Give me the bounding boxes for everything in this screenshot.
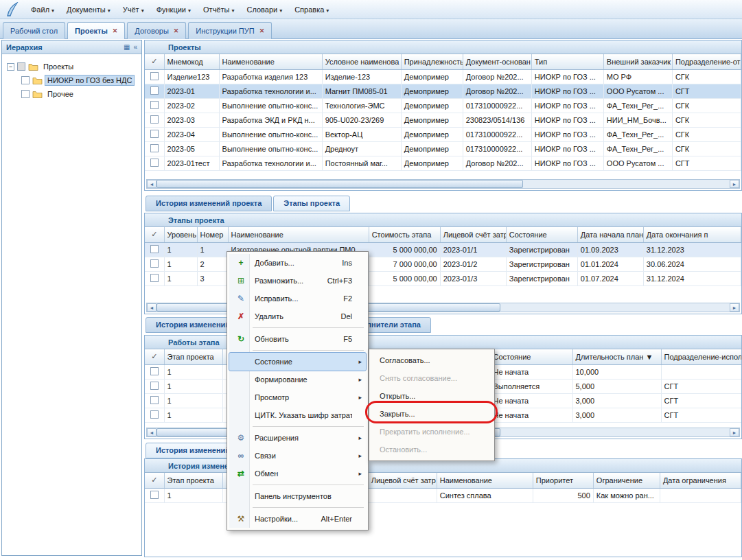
menubar-item-help[interactable]: Справка▾ <box>288 3 335 16</box>
close-icon[interactable]: ✕ <box>174 27 179 34</box>
column-header[interactable]: Тип <box>531 54 603 69</box>
menubar-item-reports[interactable]: Отчёты▾ <box>197 3 240 16</box>
node-checkbox[interactable] <box>21 76 30 84</box>
menubar-item-documents[interactable]: Документы▾ <box>60 3 117 16</box>
column-header[interactable]: Этап проекта <box>164 349 222 364</box>
scroll-right-icon[interactable]: ► <box>730 428 739 436</box>
table-row[interactable]: 2023-01тестРазработка технологии и...Пос… <box>145 156 741 170</box>
table-row[interactable]: 2023-02Выполнение опытно-конс...Технолог… <box>145 98 741 113</box>
column-header[interactable]: Состояние <box>490 349 572 364</box>
table-row[interactable]: 2023-04Выполнение опытно-конс...Вектор-А… <box>145 127 741 141</box>
scroll-left-icon[interactable]: ◄ <box>147 303 156 312</box>
column-header[interactable]: Дата начала план <box>577 227 643 242</box>
column-header[interactable]: Дата ограничения <box>660 473 741 488</box>
select-all-column-header[interactable]: ✓ <box>145 473 164 488</box>
close-icon[interactable]: ✕ <box>113 27 118 34</box>
scrollbar-thumb[interactable] <box>156 180 523 188</box>
menu-item-duplicate[interactable]: ⊞Размножить...Ctrl+F3 <box>229 272 366 290</box>
menu-item-settings[interactable]: ⚒Настройки...Alt+Enter <box>229 510 366 528</box>
row-checkbox[interactable] <box>150 274 159 282</box>
menu-item-citk-cost-code[interactable]: ЦИТК. Указать шифр затрат... <box>229 406 366 424</box>
column-header[interactable]: Мнемокод <box>164 54 219 69</box>
row-checkbox[interactable] <box>150 259 159 268</box>
column-header[interactable]: Условное наименова <box>322 54 401 69</box>
select-all-column-header[interactable]: ✓ <box>145 349 164 364</box>
column-header[interactable]: Внешний заказчик <box>603 54 672 69</box>
column-header[interactable]: Лицевой счёт затр <box>368 473 437 488</box>
column-header[interactable]: Уровень <box>164 227 197 242</box>
row-checkbox[interactable] <box>150 101 159 109</box>
menu-item-state[interactable]: Состояние▸ <box>229 353 366 371</box>
row-checkbox[interactable] <box>150 245 159 253</box>
close-icon[interactable]: ✕ <box>259 27 265 34</box>
menubar-item-dictionaries[interactable]: Словари▾ <box>240 3 288 16</box>
table-row[interactable]: 2023-03Разработка ЭКД и РКД н...905-U020… <box>145 113 741 127</box>
menu-item-exchange[interactable]: ⇄Обмен▸ <box>229 465 366 482</box>
row-checkbox[interactable] <box>150 367 159 375</box>
menu-item-view[interactable]: Просмотр▸ <box>229 388 366 406</box>
tab-project-history[interactable]: История изменений проекта <box>146 196 272 211</box>
menu-item-edit[interactable]: ✎Исправить...F2 <box>229 290 366 307</box>
scrollbar-track[interactable] <box>156 180 730 188</box>
row-checkbox[interactable] <box>150 72 159 80</box>
menu-item-toolbar[interactable]: Панель инструментов <box>229 487 366 505</box>
tree-node-niokr[interactable]: НИОКР по ГОЗ без НДС <box>3 73 140 87</box>
tree-node-projects[interactable]: − Проекты <box>3 60 140 73</box>
column-header[interactable]: Дата окончания п <box>643 227 741 242</box>
column-header[interactable]: Ограничение <box>593 473 660 488</box>
column-header[interactable]: Подразделение-исполн <box>661 349 742 364</box>
collapse-node-icon[interactable]: − <box>7 63 14 71</box>
column-header[interactable]: Номер <box>197 227 228 242</box>
horizontal-scrollbar[interactable]: ◄ ► <box>146 179 740 189</box>
tab-desktop[interactable]: Рабочий стол <box>3 22 65 39</box>
menubar-item-file[interactable]: Файл▾ <box>25 3 60 16</box>
column-header[interactable]: Этап проекта <box>164 473 222 488</box>
grid-view-icon[interactable]: ▦ <box>124 43 130 51</box>
column-header[interactable]: Подразделение-от <box>672 54 741 69</box>
table-row[interactable]: 2023-01Разработка технологии и...Магнит … <box>145 84 741 98</box>
column-header[interactable]: Наименование <box>437 473 533 488</box>
column-header[interactable]: Приоритет <box>533 473 593 488</box>
select-all-column-header[interactable]: ✓ <box>145 227 164 242</box>
column-header[interactable]: Наименование <box>228 227 369 242</box>
menu-item-approve[interactable]: Согласовать... <box>371 351 492 369</box>
menubar-item-accounting[interactable]: Учёт▾ <box>117 3 150 16</box>
tab-project-stages[interactable]: Этапы проекта <box>273 196 350 211</box>
row-checkbox[interactable] <box>150 144 159 152</box>
menu-item-add[interactable]: +Добавить...Ins <box>229 254 366 272</box>
select-all-column-header[interactable]: ✓ <box>145 54 164 69</box>
scroll-left-icon[interactable]: ◄ <box>147 180 156 188</box>
scroll-right-icon[interactable]: ► <box>730 180 739 188</box>
node-checkbox[interactable] <box>17 62 25 71</box>
row-checkbox[interactable] <box>150 382 159 390</box>
menu-item-delete[interactable]: ✗УдалитьDel <box>229 307 366 325</box>
node-checkbox[interactable] <box>21 90 30 98</box>
column-header[interactable]: Принадлежность <box>401 54 463 69</box>
tab-contracts[interactable]: Договоры✕ <box>127 22 186 39</box>
row-checkbox[interactable] <box>150 86 159 95</box>
scroll-left-icon[interactable]: ◄ <box>147 428 156 436</box>
table-row[interactable]: Изделие123Разработка изделия 123Изделие-… <box>145 69 741 84</box>
column-header[interactable]: Наименование <box>219 54 322 69</box>
tab-instructions[interactable]: Инструкции ПУП✕ <box>188 22 272 39</box>
tree-node-other[interactable]: Прочее <box>3 87 140 101</box>
collapse-panel-icon[interactable]: « <box>133 43 137 51</box>
scroll-right-icon[interactable]: ► <box>730 303 739 312</box>
menubar-item-functions[interactable]: Функции▾ <box>150 3 197 16</box>
column-header[interactable]: Длительность план ▼ <box>572 349 661 364</box>
menu-item-formation[interactable]: Формирование▸ <box>229 371 366 388</box>
tab-projects[interactable]: Проекты✕ <box>67 22 125 39</box>
menu-item-extensions[interactable]: ⚙Расширения▸ <box>229 429 366 447</box>
row-checkbox[interactable] <box>150 159 159 167</box>
row-checkbox[interactable] <box>150 491 159 499</box>
column-header[interactable]: Лицевой счёт затрат <box>440 227 506 242</box>
menu-item-links[interactable]: ∞Связи▸ <box>229 447 366 465</box>
table-row[interactable]: 2023-05Выполнение опытно-конс...Дредноут… <box>145 141 741 156</box>
row-checkbox[interactable] <box>150 410 159 419</box>
column-header[interactable]: Стоимость этапа <box>369 227 440 242</box>
menu-item-refresh[interactable]: ↻ОбновитьF5 <box>229 330 366 348</box>
row-checkbox[interactable] <box>150 130 159 138</box>
column-header[interactable]: Состояние <box>506 227 577 242</box>
column-header[interactable]: Документ-основан <box>463 54 531 69</box>
row-checkbox[interactable] <box>150 396 159 404</box>
